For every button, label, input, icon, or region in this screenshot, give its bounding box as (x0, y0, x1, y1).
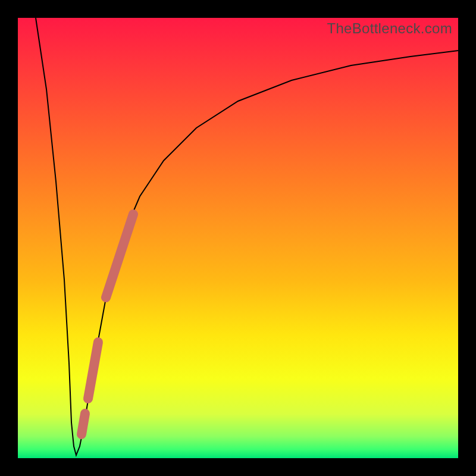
curve-layer (18, 18, 458, 458)
bottleneck-curve (36, 18, 458, 455)
plot-area: TheBottleneck.com (18, 18, 458, 458)
highlight-segment-dot (82, 414, 85, 434)
highlight-segment-mid (88, 342, 98, 399)
chart-frame: TheBottleneck.com (0, 0, 476, 476)
highlight-segment-long (106, 214, 133, 298)
